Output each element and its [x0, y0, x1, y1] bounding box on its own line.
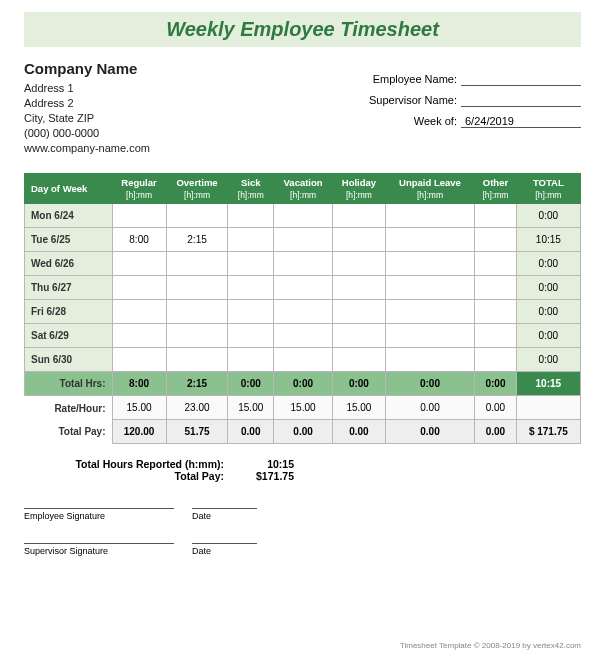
cell-holiday[interactable]	[333, 228, 386, 252]
cell-vacation[interactable]	[274, 252, 333, 276]
cell-holiday[interactable]	[333, 300, 386, 324]
rate-sick[interactable]: 15.00	[228, 396, 274, 420]
company-website: www.company-name.com	[24, 141, 150, 156]
day-label: Thu 6/27	[25, 276, 113, 300]
cell-unpaid[interactable]	[385, 276, 474, 300]
company-address1: Address 1	[24, 81, 150, 96]
title-bar: Weekly Employee Timesheet	[24, 12, 581, 47]
day-label: Fri 6/28	[25, 300, 113, 324]
cell-unpaid[interactable]	[385, 228, 474, 252]
cell-overtime[interactable]	[166, 324, 228, 348]
employee-name-field[interactable]	[461, 73, 581, 86]
cell-holiday[interactable]	[333, 252, 386, 276]
cell-unpaid[interactable]	[385, 300, 474, 324]
cell-regular[interactable]: 8:00	[112, 228, 166, 252]
table-row: Fri 6/280:00	[25, 300, 581, 324]
pay-row: Total Pay:120.0051.750.000.000.000.000.0…	[25, 420, 581, 444]
supervisor-name-field[interactable]	[461, 94, 581, 107]
company-address2: Address 2	[24, 96, 150, 111]
pay-label: Total Pay:	[25, 420, 113, 444]
totalhrs-overtime: 2:15	[166, 372, 228, 396]
cell-overtime[interactable]	[166, 348, 228, 372]
cell-vacation[interactable]	[274, 276, 333, 300]
rate-regular[interactable]: 15.00	[112, 396, 166, 420]
cell-sick[interactable]	[228, 300, 274, 324]
footer-copyright: Timesheet Template © 2008-2019 by vertex…	[400, 641, 581, 650]
cell-vacation[interactable]	[274, 300, 333, 324]
table-row: Thu 6/270:00	[25, 276, 581, 300]
cell-holiday[interactable]	[333, 204, 386, 228]
cell-other[interactable]	[475, 252, 517, 276]
cell-regular[interactable]	[112, 204, 166, 228]
rate-other[interactable]: 0.00	[475, 396, 517, 420]
totalhrs-vacation: 0:00	[274, 372, 333, 396]
cell-sick[interactable]	[228, 348, 274, 372]
cell-unpaid[interactable]	[385, 324, 474, 348]
employee-signature-line[interactable]: Employee Signature	[24, 508, 174, 521]
summary-pay-value: $171.75	[234, 470, 294, 482]
cell-other[interactable]	[475, 204, 517, 228]
cell-overtime[interactable]	[166, 276, 228, 300]
table-row: Tue 6/258:002:1510:15	[25, 228, 581, 252]
timesheet-table: Day of Week Regular[h]:mm Overtime[h]:mm…	[24, 173, 581, 444]
cell-regular[interactable]	[112, 324, 166, 348]
cell-overtime[interactable]	[166, 204, 228, 228]
pay-vacation: 0.00	[274, 420, 333, 444]
cell-unpaid[interactable]	[385, 348, 474, 372]
cell-sick[interactable]	[228, 228, 274, 252]
cell-sick[interactable]	[228, 204, 274, 228]
cell-other[interactable]	[475, 228, 517, 252]
rate-vacation[interactable]: 15.00	[274, 396, 333, 420]
supervisor-name-label: Supervisor Name:	[357, 94, 457, 107]
cell-holiday[interactable]	[333, 324, 386, 348]
cell-total: 0:00	[516, 300, 580, 324]
company-phone: (000) 000-0000	[24, 126, 150, 141]
cell-total: 0:00	[516, 276, 580, 300]
cell-regular[interactable]	[112, 300, 166, 324]
cell-vacation[interactable]	[274, 204, 333, 228]
cell-vacation[interactable]	[274, 348, 333, 372]
supervisor-signature-line[interactable]: Supervisor Signature	[24, 543, 174, 556]
cell-other[interactable]	[475, 348, 517, 372]
week-of-field[interactable]: 6/24/2019	[461, 115, 581, 128]
header-unpaid: Unpaid Leave[h]:mm	[385, 174, 474, 204]
cell-other[interactable]	[475, 324, 517, 348]
pay-sick: 0.00	[228, 420, 274, 444]
cell-other[interactable]	[475, 300, 517, 324]
totalhrs-sick: 0:00	[228, 372, 274, 396]
cell-overtime[interactable]: 2:15	[166, 228, 228, 252]
cell-overtime[interactable]	[166, 252, 228, 276]
summary-hours-label: Total Hours Reported (h:mm):	[24, 458, 224, 470]
cell-vacation[interactable]	[274, 324, 333, 348]
rate-unpaid[interactable]: 0.00	[385, 396, 474, 420]
page-title: Weekly Employee Timesheet	[24, 18, 581, 41]
rate-overtime[interactable]: 23.00	[166, 396, 228, 420]
totalhrs-unpaid: 0:00	[385, 372, 474, 396]
rate-holiday[interactable]: 15.00	[333, 396, 386, 420]
cell-regular[interactable]	[112, 252, 166, 276]
totalhrs-holiday: 0:00	[333, 372, 386, 396]
cell-regular[interactable]	[112, 276, 166, 300]
header-regular: Regular[h]:mm	[112, 174, 166, 204]
cell-other[interactable]	[475, 276, 517, 300]
pay-holiday: 0.00	[333, 420, 386, 444]
day-label: Wed 6/26	[25, 252, 113, 276]
totalhrs-other: 0:00	[475, 372, 517, 396]
cell-sick[interactable]	[228, 324, 274, 348]
employee-date-line[interactable]: Date	[192, 508, 257, 521]
cell-vacation[interactable]	[274, 228, 333, 252]
cell-total: 10:15	[516, 228, 580, 252]
cell-sick[interactable]	[228, 276, 274, 300]
cell-regular[interactable]	[112, 348, 166, 372]
cell-unpaid[interactable]	[385, 252, 474, 276]
cell-total: 0:00	[516, 348, 580, 372]
cell-holiday[interactable]	[333, 348, 386, 372]
cell-overtime[interactable]	[166, 300, 228, 324]
pay-total: $ 171.75	[516, 420, 580, 444]
cell-sick[interactable]	[228, 252, 274, 276]
day-label: Mon 6/24	[25, 204, 113, 228]
cell-holiday[interactable]	[333, 276, 386, 300]
cell-unpaid[interactable]	[385, 204, 474, 228]
supervisor-date-line[interactable]: Date	[192, 543, 257, 556]
table-row: Sun 6/300:00	[25, 348, 581, 372]
